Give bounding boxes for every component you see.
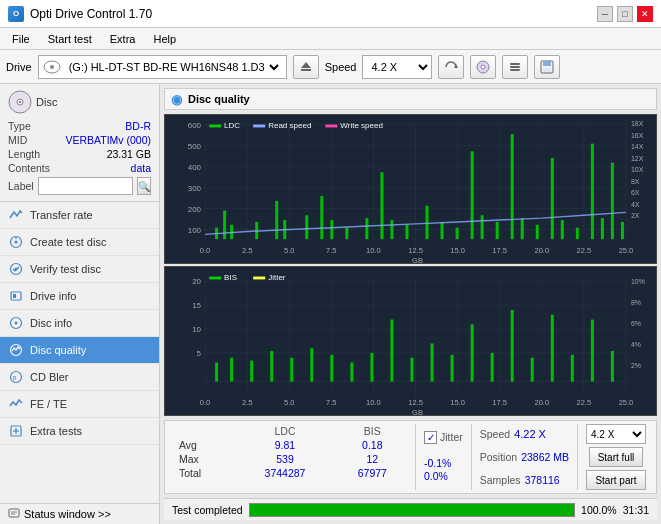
nav-label-extra-tests: Extra tests <box>30 425 82 437</box>
svg-text:2.5: 2.5 <box>242 399 252 408</box>
status-window-label: Status window >> <box>24 508 111 520</box>
menu-start-test[interactable]: Start test <box>40 31 100 47</box>
menu-help[interactable]: Help <box>145 31 184 47</box>
sidebar-item-verify-test-disc[interactable]: Verify test disc <box>0 256 159 283</box>
stats-area: LDC BIS Avg 9.81 0.18 Max 539 <box>164 420 657 494</box>
svg-rect-166 <box>471 324 474 381</box>
svg-text:15.0: 15.0 <box>450 399 465 408</box>
nav-label-cd-bler: CD Bler <box>30 371 69 383</box>
svg-text:600: 600 <box>188 122 202 131</box>
svg-rect-92 <box>405 225 408 239</box>
svg-rect-98 <box>496 222 499 239</box>
eject-button[interactable] <box>293 55 319 79</box>
sidebar-item-extra-tests[interactable]: Extra tests <box>0 418 159 445</box>
progress-bar-fill <box>250 504 574 516</box>
svg-rect-156 <box>270 351 273 382</box>
sidebar-item-disc-info[interactable]: Disc info <box>0 310 159 337</box>
svg-rect-85 <box>305 215 308 239</box>
jitter-checkbox[interactable]: ✓ <box>424 431 437 444</box>
svg-rect-104 <box>576 228 579 239</box>
nav-label-drive-info: Drive info <box>30 290 76 302</box>
svg-point-15 <box>19 101 21 103</box>
svg-rect-161 <box>370 353 373 382</box>
status-window-button[interactable]: Status window >> <box>0 503 159 524</box>
svg-rect-164 <box>431 343 434 381</box>
nav-label-verify-test-disc: Verify test disc <box>30 263 101 275</box>
menu-file[interactable]: File <box>4 31 38 47</box>
start-part-button[interactable]: Start part <box>586 470 645 490</box>
svg-rect-154 <box>230 358 233 382</box>
svg-text:20.0: 20.0 <box>534 247 549 256</box>
svg-text:400: 400 <box>188 164 202 173</box>
charts-area: 600 500 400 300 200 100 18X 16X 14X 12X … <box>164 114 657 416</box>
total-bis: 67977 <box>334 466 411 480</box>
sidebar-item-create-test-disc[interactable]: Create test disc <box>0 229 159 256</box>
total-ldc: 3744287 <box>236 466 333 480</box>
disc-info-header: Disc <box>8 90 151 114</box>
svg-rect-97 <box>481 215 484 239</box>
sidebar-item-cd-bler[interactable]: B CD Bler <box>0 364 159 391</box>
svg-text:GB: GB <box>412 408 423 415</box>
contents-value: data <box>131 162 151 174</box>
svg-rect-172 <box>591 320 594 382</box>
sidebar-item-disc-quality[interactable]: Disc quality <box>0 337 159 364</box>
maximize-button[interactable]: □ <box>617 6 633 22</box>
content-header: ◉ Disc quality <box>164 88 657 110</box>
sidebar: Disc Type BD-R MID VERBATIMv (000) Lengt… <box>0 84 160 524</box>
sidebar-nav: Transfer rate Create test disc Verify te… <box>0 202 159 503</box>
svg-text:8%: 8% <box>631 299 641 306</box>
svg-text:25.0: 25.0 <box>619 247 634 256</box>
svg-rect-168 <box>511 310 514 382</box>
svg-rect-83 <box>275 201 278 239</box>
col-header-ldc: LDC <box>236 424 333 438</box>
svg-point-17 <box>15 241 18 244</box>
save-button[interactable] <box>534 55 560 79</box>
svg-text:17.5: 17.5 <box>492 247 507 256</box>
svg-rect-12 <box>543 68 551 72</box>
svg-text:15.0: 15.0 <box>450 247 465 256</box>
svg-rect-99 <box>511 134 514 239</box>
svg-point-24 <box>15 322 18 325</box>
settings-button[interactable] <box>502 55 528 79</box>
minimize-button[interactable]: ─ <box>597 6 613 22</box>
samples-value: 378116 <box>525 474 560 486</box>
drive-select-input[interactable]: (G:) HL-DT-ST BD-RE WH16NS48 1.D3 <box>65 60 282 74</box>
progress-percent: 100.0% <box>581 504 617 516</box>
total-label: Total <box>171 466 236 480</box>
speed-stat-label: Speed <box>480 428 510 440</box>
svg-text:18X: 18X <box>631 121 644 128</box>
label-browse-button[interactable]: 🔍 <box>137 177 151 195</box>
disc-info-panel: Disc Type BD-R MID VERBATIMv (000) Lengt… <box>0 84 159 202</box>
jitter-max: 0.0% <box>424 470 463 482</box>
svg-point-1 <box>50 65 54 69</box>
svg-rect-3 <box>301 69 311 71</box>
svg-text:20.0: 20.0 <box>534 399 549 408</box>
svg-rect-170 <box>551 315 554 382</box>
nav-label-disc-info: Disc info <box>30 317 72 329</box>
speed-row: Speed 4.22 X <box>480 428 569 440</box>
svg-rect-158 <box>310 348 313 381</box>
disc-icon <box>476 60 490 74</box>
drive-selector[interactable]: (G:) HL-DT-ST BD-RE WH16NS48 1.D3 <box>38 55 287 79</box>
svg-text:12.5: 12.5 <box>408 399 423 408</box>
disc-button[interactable] <box>470 55 496 79</box>
svg-rect-174 <box>209 277 221 280</box>
speed-select[interactable]: 4.2 X <box>362 55 432 79</box>
close-button[interactable]: ✕ <box>637 6 653 22</box>
sidebar-item-fe-te[interactable]: FE / TE <box>0 391 159 418</box>
mid-label: MID <box>8 134 27 146</box>
fe-te-icon <box>8 396 24 412</box>
sidebar-item-drive-info[interactable]: Drive info <box>0 283 159 310</box>
start-full-button[interactable]: Start full <box>589 447 644 467</box>
speed-dropdown[interactable]: 4.2 X <box>586 424 646 444</box>
menu-extra[interactable]: Extra <box>102 31 144 47</box>
svg-rect-89 <box>365 218 368 239</box>
settings-icon <box>508 60 522 74</box>
status-text: Test completed <box>172 504 243 516</box>
position-label: Position <box>480 451 517 463</box>
stats-row-avg: Avg 9.81 0.18 <box>171 438 411 452</box>
sidebar-item-transfer-rate[interactable]: Transfer rate <box>0 202 159 229</box>
refresh-button[interactable] <box>438 55 464 79</box>
ldc-chart-svg: 600 500 400 300 200 100 18X 16X 14X 12X … <box>165 115 656 263</box>
label-input[interactable] <box>38 177 133 195</box>
